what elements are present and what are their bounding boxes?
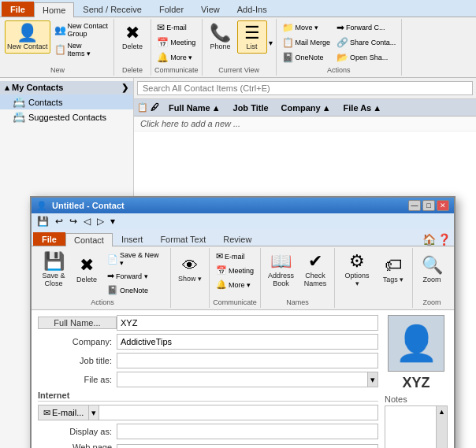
open-shared-label: Open Sha... (350, 54, 388, 61)
sidebar-item-contacts[interactable]: 📇 Contacts (0, 94, 133, 109)
show-button[interactable]: 👁 Show ▾ (174, 250, 206, 291)
tab-home[interactable]: Home (34, 2, 74, 17)
move-button[interactable]: 📁 Move ▾ (280, 20, 333, 35)
options-button[interactable]: ⚙ Options ▾ (338, 250, 376, 291)
tab-file[interactable]: File (2, 2, 34, 17)
qat-undo-button[interactable]: ↩ (53, 214, 65, 228)
contacts-icon: 📇 (13, 96, 25, 108)
add-new-row[interactable]: Click here to add a new ... (134, 117, 476, 131)
qat-back-button[interactable]: ◁ (81, 214, 93, 228)
onenote-icon: 📓 (107, 285, 118, 295)
communicate-btns: ✉ E-mail 📅 Meeting 🔔 More ▾ (154, 20, 198, 65)
forward-icon: ➡ (107, 271, 114, 281)
delete-button[interactable]: ✖ Delete (117, 20, 147, 54)
tab-folder[interactable]: Folder (151, 2, 192, 17)
dialog-title-text: Untitled - Contact (52, 201, 125, 210)
forward-contact-button[interactable]: ➡ Forward C... (334, 20, 398, 35)
sidebar-section-header[interactable]: ▴ My Contacts ❯ (0, 81, 133, 94)
onenote-button[interactable]: 📓 OneNote (104, 283, 167, 297)
search-input[interactable] (137, 81, 473, 95)
email-field-button[interactable]: ✉ E-mail... (38, 405, 89, 420)
tab-view[interactable]: View (192, 2, 229, 17)
qat-save-button[interactable]: 💾 (35, 214, 51, 228)
email-dropdown-arrow[interactable]: ▾ (89, 405, 99, 420)
onenote-outer-button[interactable]: 📓 OneNote (280, 50, 333, 65)
dialog-tab-file[interactable]: File (33, 232, 65, 246)
tags-button[interactable]: 🏷 Tags ▾ (377, 250, 409, 291)
list-col-fileas[interactable]: File As ▲ (337, 101, 389, 114)
list-col-fullname[interactable]: Full Name ▲ (162, 101, 226, 114)
dialog-email-button[interactable]: ✉ E-mail (213, 250, 257, 263)
tab-send-receive[interactable]: Send / Receive (74, 2, 151, 17)
email-button[interactable]: ✉ E-mail (154, 20, 198, 35)
show-icon: 👁 (182, 257, 198, 273)
web-page-input[interactable] (117, 444, 378, 448)
help-icon[interactable]: 🏠 (422, 233, 436, 246)
dialog-minimize-button[interactable]: — (408, 200, 421, 211)
file-as-input[interactable] (117, 372, 368, 387)
open-shared-button[interactable]: 📂 Open Sha... (334, 50, 398, 65)
list-col-jobtitle[interactable]: Job Title (227, 101, 275, 114)
job-title-input[interactable] (117, 353, 378, 368)
qat-customize-button[interactable]: ▾ (108, 214, 117, 228)
more-communicate-button[interactable]: 🔔 More ▾ (154, 50, 198, 65)
dialog-meeting-button[interactable]: 📅 Meeting (213, 264, 257, 277)
sidebar-collapse-icon[interactable]: ❯ (121, 83, 128, 93)
notes-box[interactable]: ▲ ▼ (385, 405, 448, 448)
list-col-company[interactable]: Company ▲ (275, 101, 337, 114)
new-contact-button[interactable]: 👤 New Contact (5, 20, 50, 54)
meeting-button[interactable]: 📅 Meeting (154, 35, 198, 50)
notes-scroll-up[interactable]: ▲ (437, 406, 447, 417)
zoom-icon: 🔍 (422, 257, 443, 274)
dialog-tab-format-text[interactable]: Format Text (151, 232, 214, 246)
zoom-label: Zoom (422, 276, 441, 283)
dialog-delete-button[interactable]: ✖ Delete (71, 250, 102, 291)
dialog-form: Full Name... Company: Job title: (32, 310, 454, 448)
company-input[interactable] (117, 334, 378, 350)
avatar-box[interactable]: 👤 (388, 315, 444, 372)
dialog-tab-contact[interactable]: Contact (65, 233, 113, 246)
new-items-button[interactable]: 📋 NewItems ▾ (52, 40, 111, 59)
mail-merge-button[interactable]: 📋 Mail Merge (280, 35, 333, 50)
save-new-button[interactable]: 📄 Save & New ▾ (104, 250, 167, 268)
dialog-more-button[interactable]: 🔔 More ▾ (213, 278, 257, 291)
new-contact-group-button[interactable]: 👥 New ContactGroup (52, 20, 111, 39)
full-name-button[interactable]: Full Name... (38, 317, 117, 329)
list-header: 📋 🖊 Full Name ▲ Job Title Company ▲ File… (134, 99, 476, 117)
phone-view-button[interactable]: 📞 Phone (206, 20, 236, 54)
tab-addins[interactable]: Add-Ins (229, 2, 276, 17)
qat-redo-button[interactable]: ↪ (67, 214, 80, 228)
list-header-icons: 📋 🖊 (134, 101, 162, 114)
sidebar-item-suggested-contacts[interactable]: 📇 Suggested Contacts (0, 109, 133, 124)
qat-forward-button[interactable]: ▷ (95, 214, 106, 228)
display-as-input[interactable] (117, 424, 378, 439)
check-names-button[interactable]: ✔ CheckNames (299, 250, 331, 291)
save-close-button[interactable]: 💾 Save &Close (38, 250, 69, 291)
dialog-email-icon: ✉ (216, 251, 223, 261)
current-view-dropdown[interactable]: ▾ (269, 39, 273, 47)
dialog-maximize-button[interactable]: □ (422, 200, 435, 211)
tags-label: Tags ▾ (383, 276, 404, 283)
notes-scrollbar[interactable]: ▲ ▼ (436, 406, 447, 448)
dialog-close-button[interactable]: ✕ (437, 200, 449, 211)
address-book-button[interactable]: 📖 AddressBook (264, 250, 298, 291)
share-contact-button[interactable]: 🔗 Share Conta... (334, 35, 398, 50)
dialog-ribbon: 💾 Save &Close ✖ Delete 📄 Save & New ▾ (32, 246, 454, 310)
email-input[interactable] (99, 405, 378, 420)
dialog-group-zoom: 🔍 Zoom Zoom (413, 248, 451, 308)
list-view-button[interactable]: ☰ List (237, 20, 267, 54)
zoom-button[interactable]: 🔍 Zoom (416, 250, 448, 291)
group-new-items: 👤 New Contact 👥 New ContactGroup 📋 NewIt… (5, 20, 110, 65)
file-as-arrow-button[interactable]: ▾ (368, 372, 378, 387)
options-label: Options ▾ (342, 272, 372, 287)
dialog-tab-insert[interactable]: Insert (113, 232, 152, 246)
forward-contact-icon: ➡ (337, 22, 344, 33)
dialog-group-communicate-label: Communicate (213, 298, 257, 306)
full-name-input[interactable] (117, 315, 378, 331)
forward-button[interactable]: ➡ Forward ▾ (104, 269, 167, 283)
new-secondary-btns: 👥 New ContactGroup 📋 NewItems ▾ (52, 20, 111, 59)
dialog-tab-review[interactable]: Review (214, 232, 260, 246)
options-icon: ⚙ (349, 253, 365, 270)
question-icon[interactable]: ❓ (437, 233, 451, 246)
group-actions: 📁 Move ▾ 📋 Mail Merge 📓 OneNote ➡ (277, 19, 403, 76)
